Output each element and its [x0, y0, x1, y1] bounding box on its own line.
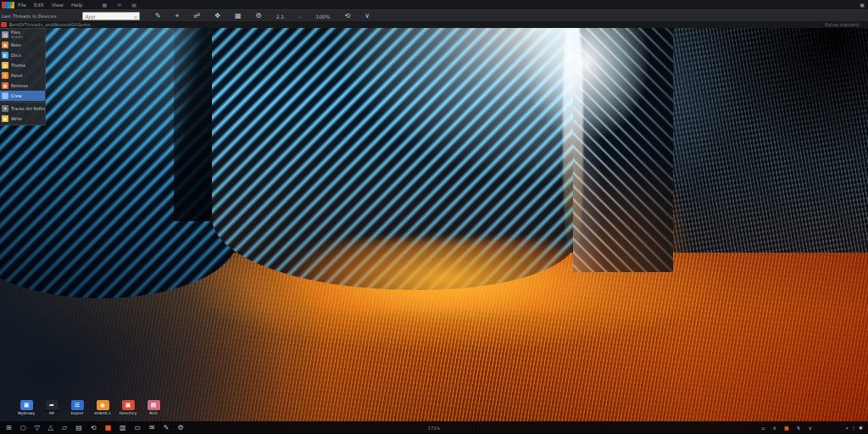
search-icon[interactable]: ▫ — [134, 14, 137, 19]
window-panel-icon[interactable]: ▣ — [860, 2, 865, 8]
layers-icon[interactable]: ▤ — [131, 0, 136, 9]
menu-item-label: Remove — [11, 84, 28, 88]
scene-vignette — [0, 0, 868, 434]
clock-dot-icon: ∙ — [845, 425, 849, 431]
tray-active-app-icon[interactable]: ■ — [784, 425, 789, 431]
tray-window-icon[interactable]: ▫ — [761, 425, 765, 431]
zoom-level-label[interactable]: 100% — [315, 14, 330, 19]
shortcut-label: RP — [49, 411, 54, 415]
crew-icon: ◫ — [2, 92, 8, 99]
menu-item-theme[interactable]: ▥ Theme — [0, 60, 45, 70]
desktop-shortcut[interactable]: ▣ Directory — [117, 400, 139, 415]
version-label: 2.1 — [276, 14, 285, 19]
directory-app-icon: ▣ — [122, 400, 135, 410]
rich-app-icon: ▤ — [147, 400, 160, 410]
shortcut-label: Export — [71, 411, 84, 415]
taskbar: ⊞ ○ ▽ △ ▱ ▤ ⟲ ■ ▥ ▭ ✉ ✎ ⚙ 171% ▫ ∧ ■ ↯ ∨… — [0, 421, 868, 434]
desktop-shortcut[interactable]: ▣ Wybrowy — [15, 400, 37, 415]
refresh-icon[interactable]: ⟲ — [344, 10, 350, 22]
menu-item-label: Panel — [11, 74, 23, 78]
tracks-icon: ✦ — [2, 105, 8, 112]
menu-edit[interactable]: Edit — [34, 0, 44, 9]
toolbar: Last Threads In Devices: ▫ ✎ ⌖ ☍ ✥ ▦ ⚙ 2… — [0, 9, 868, 21]
menu-item-label: Tracks del Reflected — [11, 107, 45, 111]
menu-separator — [2, 102, 43, 103]
frame-tool-icon[interactable]: ▦ — [235, 10, 242, 22]
rp-app-icon: ➦ — [46, 400, 58, 410]
grid-icon[interactable]: ▦ — [103, 0, 108, 9]
pathbar-status-label: Extras standard · — [825, 22, 861, 27]
menu-item-crew-selected[interactable]: ◫ Crew — [0, 91, 45, 101]
panel-icon: 2 — [2, 72, 8, 79]
titlebar: File Edit View Help ▦ ✉ ▤ ▣ — [0, 0, 868, 9]
menu-item-tracks[interactable]: ✦ Tracks del Reflected — [0, 103, 45, 114]
theme-icon: ▥ — [2, 62, 8, 69]
write-icon: ▣ — [2, 115, 8, 122]
menu-item-sublabel: Scenes — [11, 35, 23, 39]
context-menu: ▤ FilesScenes ▣ Note ◧ Docs ▥ Theme 2 Pa… — [0, 28, 46, 125]
device-status-label: Last Threads In Devices: — [2, 14, 58, 19]
menu-item-docs[interactable]: ◧ Docs — [0, 50, 45, 60]
notification-icon[interactable]: ✱ — [859, 425, 863, 431]
titlebar-quick-icons: ▦ ✉ ▤ — [103, 0, 136, 9]
menu-item-label: Docs — [11, 53, 21, 58]
clock-divider-icon: ¦ — [853, 425, 854, 431]
search-input[interactable] — [83, 14, 134, 19]
menu-item-note[interactable]: ▣ Note — [0, 40, 45, 50]
target-tool-icon[interactable]: ⌖ — [175, 10, 180, 22]
menu-item-label: Crew — [11, 94, 22, 98]
desktop-shortcut[interactable]: ◉ strArt0.1 — [92, 400, 114, 415]
desktop-icon-row: ▣ Wybrowy ➦ RP ☰ Export ◉ strArt0.1 ▣ Di… — [15, 400, 164, 415]
pathbar: BestOfThreads_andWovenA10Gems Extras sta… — [0, 21, 868, 28]
search-box[interactable]: ▫ — [82, 12, 140, 20]
tray-network-icon[interactable]: ↯ — [797, 425, 801, 431]
menu-view[interactable]: View — [52, 0, 64, 9]
move-tool-icon[interactable]: ✥ — [214, 10, 220, 22]
menu-item-label: Theme — [11, 64, 25, 68]
desktop-shortcut[interactable]: ▤ Rich — [142, 400, 164, 415]
shortcut-label: Directory — [120, 411, 137, 415]
app-logo-icon[interactable] — [2, 2, 14, 8]
file-type-icon — [1, 22, 7, 27]
menu-help[interactable]: Help — [71, 0, 83, 9]
settings-tool-icon[interactable]: ⚙ — [256, 10, 262, 22]
system-tray: ▫ ∧ ■ ↯ ∨ — [761, 425, 812, 431]
menu-item-remove[interactable]: ▦ Remove — [0, 81, 45, 91]
wallpaper-3d-render — [0, 0, 868, 434]
link-tool-icon[interactable]: ☍ — [193, 10, 200, 22]
desktop-shortcut[interactable]: ☰ Export — [66, 400, 88, 415]
remove-icon: ▦ — [2, 82, 8, 89]
desktop-screen: File Edit View Help ▦ ✉ ▤ ▣ Last Threads… — [0, 0, 868, 434]
note-icon: ▣ — [2, 42, 8, 48]
separator-dash: – — [298, 14, 301, 19]
viewer-app-icon: ▣ — [20, 400, 33, 410]
menu-item-panel[interactable]: 2 Panel — [0, 70, 45, 81]
photos-app-icon: ◉ — [97, 400, 109, 410]
taskbar-status-text: 171% — [0, 426, 868, 431]
menu-item-write[interactable]: ▣ Write — [0, 114, 45, 124]
docs-icon: ◧ — [2, 52, 8, 58]
files-icon: ▤ — [2, 31, 8, 38]
menu-item-files[interactable]: ▤ FilesScenes — [0, 30, 45, 40]
clock-area[interactable]: ∙ ¦ ✱ — [845, 425, 863, 431]
shortcut-label: strArt0.1 — [94, 411, 111, 415]
tool-strip: ✎ ⌖ ☍ ✥ ▦ ⚙ 2.1 – 100% ⟲ ∨ — [155, 10, 370, 22]
tray-chevron-down-icon[interactable]: ∨ — [809, 425, 812, 431]
export-app-icon: ☰ — [71, 400, 84, 410]
tray-chevron-up-icon[interactable]: ∧ — [772, 425, 776, 431]
menu-file[interactable]: File — [18, 0, 26, 9]
mail-icon[interactable]: ✉ — [117, 0, 121, 9]
pen-tool-icon[interactable]: ✎ — [155, 10, 161, 22]
menu-item-label: Note — [11, 43, 21, 47]
chevron-down-icon[interactable]: ∨ — [364, 10, 370, 22]
desktop-shortcut[interactable]: ➦ RP — [41, 400, 63, 415]
shortcut-label: Rich — [149, 411, 158, 415]
shortcut-label: Wybrowy — [18, 411, 36, 415]
file-path-label[interactable]: BestOfThreads_andWovenA10Gems — [9, 22, 91, 27]
menu-item-label: Write — [11, 117, 22, 121]
